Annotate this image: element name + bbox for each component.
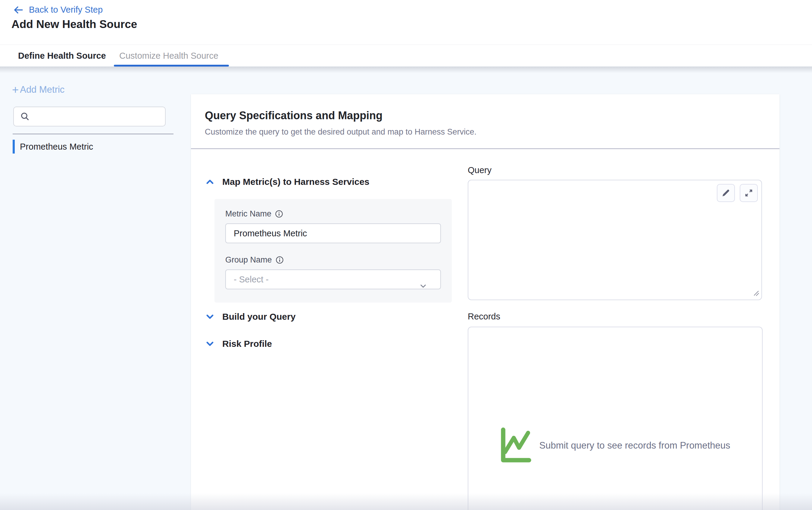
section-risk-profile[interactable]: Risk Profile	[205, 339, 272, 349]
add-metric-label: Add Metric	[20, 84, 64, 95]
section-label: Build your Query	[222, 311, 295, 322]
map-metrics-card: Metric Name Group Name	[214, 199, 452, 303]
section-label: Risk Profile	[222, 339, 272, 349]
metric-search-input[interactable]	[13, 107, 166, 126]
resize-handle[interactable]	[753, 290, 760, 298]
group-name-select[interactable]: - Select -	[225, 269, 441, 289]
metric-item-label: Prometheus Metric	[20, 142, 93, 152]
page-header: Back to Verify Step Add New Health Sourc…	[0, 0, 812, 44]
info-icon[interactable]	[276, 256, 284, 264]
add-metric-button[interactable]: + Add Metric	[12, 84, 64, 95]
panel-divider	[191, 148, 780, 149]
group-name-label: Group Name	[225, 255, 272, 265]
tab-customize-health-source[interactable]: Customize Health Source	[119, 45, 219, 66]
metrics-sidebar: + Add Metric Prometheus Metric	[0, 66, 191, 510]
sidebar-item-prometheus-metric[interactable]: Prometheus Metric	[13, 139, 181, 154]
section-label: Map Metric(s) to Harness Services	[222, 177, 370, 187]
section-build-your-query[interactable]: Build your Query	[205, 311, 295, 322]
records-label: Records	[468, 311, 500, 322]
records-empty-text: Submit query to see records from Prometh…	[539, 440, 730, 451]
select-placeholder: - Select -	[234, 275, 269, 284]
app-screen: Back to Verify Step Add New Health Sourc…	[0, 0, 812, 510]
panel-subtitle: Customize the query to get the desired o…	[205, 127, 476, 137]
info-icon[interactable]	[275, 210, 283, 218]
pencil-icon	[721, 188, 730, 198]
plus-icon: +	[12, 85, 19, 94]
panel-title: Query Specifications and Mapping	[205, 109, 382, 122]
line-chart-icon	[500, 427, 531, 464]
sidebar-divider	[13, 134, 173, 134]
chevron-down-icon	[205, 339, 214, 348]
chevron-up-icon	[205, 177, 214, 186]
selected-indicator-bar	[13, 140, 15, 154]
metric-name-label: Metric Name	[225, 209, 271, 218]
back-to-verify-step-link[interactable]: Back to Verify Step	[13, 5, 103, 15]
query-toolbar	[717, 184, 758, 202]
page-title: Add New Health Source	[11, 18, 137, 31]
query-specifications-panel: Query Specifications and Mapping Customi…	[191, 94, 780, 510]
expand-query-button[interactable]	[740, 184, 758, 202]
metric-name-input[interactable]	[225, 223, 441, 243]
query-label: Query	[468, 165, 492, 175]
edit-query-button[interactable]	[717, 184, 735, 202]
group-name-label-row: Group Name	[225, 255, 441, 265]
section-map-metrics[interactable]: Map Metric(s) to Harness Services	[205, 177, 370, 187]
back-link-label: Back to Verify Step	[29, 5, 103, 15]
tab-define-health-source[interactable]: Define Health Source	[18, 45, 106, 66]
active-tab-underline	[114, 65, 229, 66]
metric-search	[13, 107, 166, 126]
chevron-down-icon	[205, 312, 214, 321]
records-panel: Submit query to see records from Prometh…	[468, 327, 763, 510]
expand-icon	[744, 188, 753, 198]
arrow-left-icon	[13, 5, 24, 14]
query-editor	[468, 180, 762, 300]
metric-name-label-row: Metric Name	[225, 209, 441, 218]
health-source-tabbar: Define Health Source Customize Health So…	[0, 44, 812, 66]
records-empty-state: Submit query to see records from Prometh…	[468, 427, 762, 464]
